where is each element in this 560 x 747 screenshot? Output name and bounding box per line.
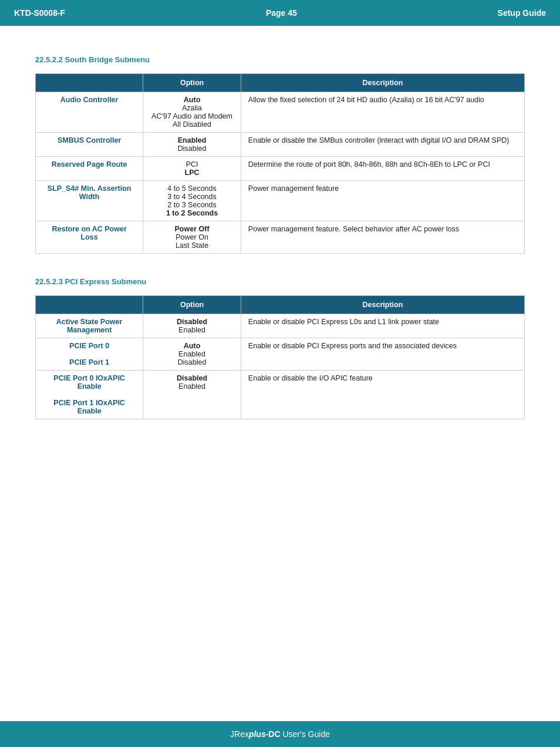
th-option-2: Option — [143, 296, 241, 314]
footer-brand-dc: -DC — [266, 729, 281, 739]
table-row: PCIE Port 0PCIE Port 1 — [36, 338, 143, 371]
footer-text: JRexplus-DC User's Guide — [230, 729, 330, 739]
south-bridge-table: Feature Option Description Audio Control… — [35, 73, 525, 254]
th-feature-1: Feature — [36, 74, 143, 92]
footer-brand-prefix: JRex — [230, 729, 249, 739]
table-row: SMBUS Controller — [36, 133, 143, 157]
table-row: 4 to 5 Seconds3 to 4 Seconds2 to 3 Secon… — [143, 181, 241, 221]
table-row: PCILPC — [143, 157, 241, 181]
table-row: EnabledDisabled — [143, 133, 241, 157]
section1-heading: 22.5.2.2 South Bridge Submenu — [35, 55, 525, 64]
section2-heading: 22.5.2.3 PCI Express Submenu — [35, 277, 525, 286]
section1: 22.5.2.2 South Bridge Submenu Feature Op… — [35, 55, 525, 254]
table-row: Allow the fixed selection of 24 bit HD a… — [241, 92, 524, 133]
table-row: Reserved Page Route — [36, 157, 143, 181]
table-row: Restore on AC Power Loss — [36, 221, 143, 254]
table-row: Enable or disable PCI Express L0s and L1… — [241, 314, 524, 338]
th-desc-1: Description — [241, 74, 524, 92]
header-right: Setup Guide — [498, 8, 546, 18]
table-row: Determine the route of port 80h, 84h-86h… — [241, 157, 524, 181]
page-footer: JRexplus-DC User's Guide — [0, 721, 560, 747]
table-row: DisabledEnabled — [143, 371, 241, 419]
main-content: 22.5.2.2 South Bridge Submenu Feature Op… — [0, 26, 560, 490]
section2: 22.5.2.3 PCI Express Submenu Feature Opt… — [35, 277, 525, 419]
table-row: Active State Power Management — [36, 314, 143, 338]
page-header: KTD-S0008-F Page 45 Setup Guide — [0, 0, 560, 26]
table-row: PCIE Port 0 IOxAPIC EnablePCIE Port 1 IO… — [36, 371, 143, 419]
table-row: Enable or disable the I/O APIC feature — [241, 371, 524, 419]
table-row: AutoAzaliaAC'97 Audio and ModemAll Disab… — [143, 92, 241, 133]
header-left: KTD-S0008-F — [14, 8, 65, 18]
footer-trailing: User's Guide — [281, 729, 330, 739]
table-row: Power OffPower OnLast State — [143, 221, 241, 254]
th-option-1: Option — [143, 74, 241, 92]
table-row: DisabledEnabled — [143, 314, 241, 338]
th-desc-2: Description — [241, 296, 524, 314]
pci-express-table: Feature Option Description Active State … — [35, 295, 525, 419]
table-row: SLP_S4# Min. Assertion Width — [36, 181, 143, 221]
header-center: Page 45 — [266, 8, 297, 18]
table-row: Enable or disable PCI Express ports and … — [241, 338, 524, 371]
footer-brand-italic: plus — [249, 729, 266, 739]
th-feature-2: Feature — [36, 296, 143, 314]
table-row: AutoEnabledDisabled — [143, 338, 241, 371]
table-row: Audio Controller — [36, 92, 143, 133]
table-row: Power management feature. Select behavio… — [241, 221, 524, 254]
table-row: Enable or disable the SMBus controller (… — [241, 133, 524, 157]
table-row: Power management feature — [241, 181, 524, 221]
